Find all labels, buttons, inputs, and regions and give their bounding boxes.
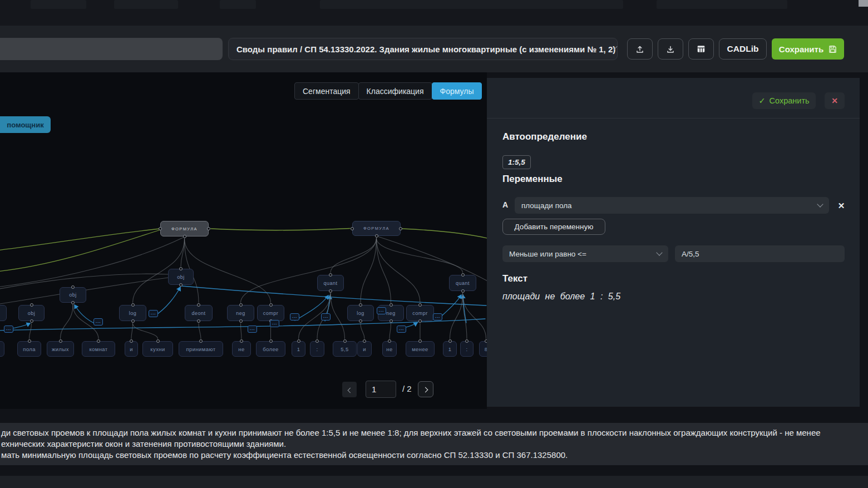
expression-input[interactable] (675, 245, 845, 262)
graph-node-compr[interactable]: compr (257, 305, 284, 321)
tab-bar: Сегментация Классификация Формулы (295, 82, 482, 100)
chevron-down-icon (656, 249, 662, 255)
graph-node-l0[interactable] (0, 341, 4, 357)
panel-close-button[interactable]: ✕ (825, 92, 845, 109)
connector-dot (363, 339, 366, 343)
graph-node-neg[interactable]: neg (227, 305, 254, 321)
chevron-down-icon (817, 201, 823, 207)
add-variable-button[interactable]: Добавить переменную (502, 219, 605, 235)
connector-dot (159, 227, 162, 230)
graph-node-obj[interactable]: obj (168, 269, 194, 285)
connector-dot (359, 303, 362, 307)
connector-dot (197, 319, 200, 323)
graph-node-label: и (130, 346, 133, 352)
connector-dot (329, 289, 332, 293)
document-select[interactable]: Своды правил / СП 54.13330.2022. Здания … (228, 38, 618, 60)
upload-icon (635, 45, 644, 53)
graph-node-label: : (466, 346, 467, 352)
close-icon: ✕ (831, 96, 838, 105)
graph-node----[interactable]: --- (149, 310, 158, 317)
graph-canvas[interactable]: ФОРМУЛАФОРМУЛАobjobjobjlogdeontnegcomprq… (0, 72, 487, 409)
save-button[interactable]: Сохранить (772, 38, 844, 60)
graph-node-label: --- (435, 314, 441, 319)
graph-node-label: --- (272, 321, 278, 326)
graph-node-более[interactable]: более (256, 341, 285, 357)
operator-select[interactable]: Меньше или равно <= (502, 245, 668, 262)
tab-formulas[interactable]: Формулы (432, 82, 482, 100)
graph-node-принимают[interactable]: принимают (179, 341, 223, 357)
graph-node-label: кухни (150, 346, 165, 352)
page-number-input[interactable] (366, 381, 396, 398)
prev-page-button[interactable] (342, 382, 357, 397)
graph-node----[interactable]: --- (93, 318, 103, 326)
graph-node-и[interactable]: и (357, 341, 372, 357)
connector-dot (389, 303, 393, 307)
connector-dot (269, 303, 273, 307)
tab-segmentation[interactable]: Сегментация (294, 82, 359, 100)
graph-node-quant[interactable]: quant (449, 275, 476, 291)
graph-node-жилых[interactable]: жилых (47, 341, 74, 357)
graph-node-8[interactable]: 8 (479, 341, 487, 357)
graph-node-deont[interactable]: deont (185, 305, 213, 321)
autodetect-value-chip[interactable]: 1:5,5 (502, 155, 531, 169)
source-text-line: мать минимальную площадь световых проемо… (1, 450, 865, 461)
graph-node-и[interactable]: и (125, 341, 138, 357)
graph-node-label: deont (191, 310, 205, 316)
panel-save-button[interactable]: ✓ Сохранить (752, 92, 816, 109)
graph-node----[interactable]: --- (377, 307, 386, 314)
graph-node-cut1[interactable] (0, 305, 7, 321)
graph-node-obj[interactable]: obj (60, 287, 86, 303)
remove-icon: ✕ (838, 201, 845, 210)
graph-node-не[interactable]: не (232, 341, 251, 357)
graph-node----[interactable]: --- (321, 313, 331, 321)
connector-dot (351, 227, 354, 230)
graph-node----[interactable]: --- (248, 326, 257, 333)
graph-node-1[interactable]: 1 (292, 341, 305, 357)
download-button[interactable] (658, 38, 683, 60)
table-icon (697, 45, 706, 53)
connector-dot (30, 319, 33, 323)
connector-dot (343, 339, 347, 343)
graph-node-ФОРМУЛА[interactable]: ФОРМУЛА (160, 221, 209, 236)
graph-node-:[interactable]: : (310, 341, 324, 357)
graph-node-1[interactable]: 1 (443, 341, 457, 357)
graph-node-кухни[interactable]: кухни (142, 341, 173, 357)
graph-node-менее[interactable]: менее (406, 341, 435, 357)
next-page-button[interactable] (418, 381, 433, 397)
page-total-label: / 2 (402, 384, 412, 393)
graph-node-5,5[interactable]: 5,5 (333, 341, 357, 357)
connector-dot (183, 235, 186, 238)
graph-node-compr[interactable]: compr (406, 305, 434, 321)
upload-button[interactable] (627, 38, 653, 60)
download-icon (666, 45, 675, 53)
graph-node-label: obj (177, 274, 185, 280)
graph-node----[interactable]: --- (4, 326, 13, 333)
graph-node-log[interactable]: log (119, 305, 146, 321)
variable-select[interactable]: площади пола (515, 197, 829, 214)
formula-text-value: площади не более 1 : 5,5 (502, 292, 620, 302)
graph-node-комнат[interactable]: комнат (82, 341, 115, 357)
toolbar-input[interactable] (0, 38, 223, 60)
graph-node-label: пола (23, 346, 36, 352)
graph-node-label: и (363, 346, 366, 352)
graph-node-label: не (386, 346, 392, 352)
graph-node----[interactable]: --- (397, 326, 406, 333)
graph-node----[interactable]: --- (433, 313, 442, 321)
source-text-line: ехнических характеристик окон и затенени… (1, 438, 865, 450)
variable-name-label: A (502, 200, 508, 209)
graph-node----[interactable]: --- (270, 320, 279, 327)
table-view-button[interactable] (688, 38, 714, 60)
graph-node-quant[interactable]: quant (317, 275, 344, 291)
graph-node-obj[interactable]: obj (18, 305, 45, 321)
graph-node-ФОРМУЛА[interactable]: ФОРМУЛА (352, 221, 401, 236)
cadlib-button[interactable]: CADLib (719, 38, 767, 60)
graph-node-не[interactable]: не (382, 341, 397, 357)
graph-node-пола[interactable]: пола (17, 341, 41, 357)
graph-node----[interactable]: --- (290, 313, 299, 321)
remove-variable-button[interactable]: ✕ (835, 200, 847, 212)
assistant-button[interactable]: помощник (0, 116, 51, 133)
graph-node-:[interactable]: : (460, 341, 474, 357)
tab-classification[interactable]: Классификация (358, 82, 432, 100)
connector-dot (375, 234, 378, 238)
graph-node-log[interactable]: log (347, 305, 374, 321)
